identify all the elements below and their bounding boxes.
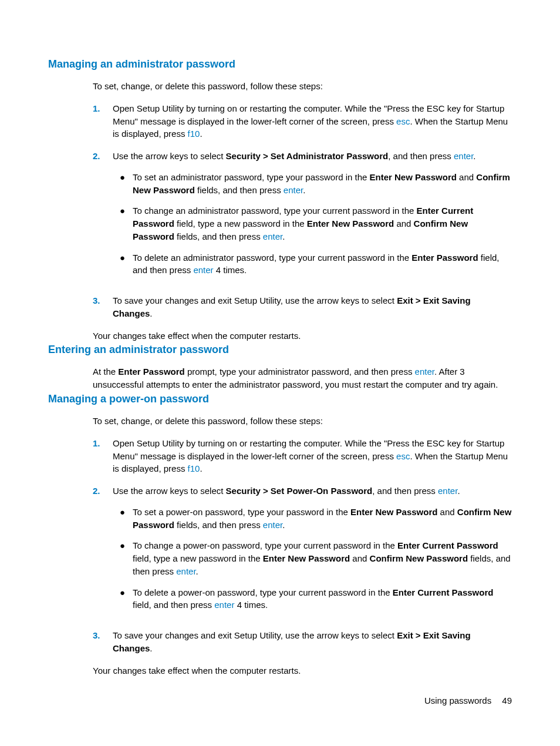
steps-list: 1. Open Setup Utility by turning on or r… — [93, 437, 512, 655]
step-item: 3. To save your changes and exit Setup U… — [93, 294, 512, 320]
key-enter: enter — [193, 265, 213, 275]
bullet-icon: ● — [113, 539, 133, 577]
step-content: Use the arrow keys to select Security > … — [113, 485, 512, 620]
steps-list: 1. Open Setup Utility by turning on or r… — [93, 102, 512, 320]
bullet-icon: ● — [113, 204, 133, 243]
outro-text: Your changes take effect when the comput… — [93, 330, 512, 342]
bullet-icon: ● — [113, 506, 133, 532]
outro-text: Your changes take effect when the comput… — [93, 664, 512, 677]
bullet-item: ● To delete a power-on password, type yo… — [113, 586, 512, 612]
step-marker: 2. — [93, 150, 113, 285]
heading-entering-admin-password: Entering an administrator password — [48, 342, 512, 357]
step-marker: 3. — [93, 294, 113, 320]
bullet-icon: ● — [113, 171, 133, 197]
step-item: 1. Open Setup Utility by turning on or r… — [93, 102, 512, 140]
bullet-list: ● To set a power-on password, type your … — [113, 506, 512, 611]
heading-managing-poweron-password: Managing a power-on password — [48, 391, 512, 406]
key-f10: f10 — [188, 463, 200, 473]
step-marker: 1. — [93, 102, 113, 140]
page-footer: Using passwords 49 — [424, 694, 512, 707]
step-marker: 2. — [93, 485, 113, 620]
step-marker: 3. — [93, 629, 113, 655]
key-enter: enter — [214, 600, 234, 610]
page-number: 49 — [502, 695, 512, 705]
bullet-item: ● To change an administrator password, t… — [113, 204, 512, 243]
step-content: Use the arrow keys to select Security > … — [113, 150, 512, 285]
key-enter: enter — [415, 367, 434, 377]
key-enter: enter — [263, 520, 282, 530]
step-content: To save your changes and exit Setup Util… — [113, 294, 512, 320]
body-text: At the Enter Password prompt, type your … — [93, 365, 512, 391]
step-item: 2. Use the arrow keys to select Security… — [93, 150, 512, 285]
step-content: Open Setup Utility by turning on or rest… — [113, 437, 512, 475]
intro-text: To set, change, or delete this password,… — [93, 80, 512, 93]
key-esc: esc — [396, 451, 410, 461]
step-item: 1. Open Setup Utility by turning on or r… — [93, 437, 512, 475]
step-content: Open Setup Utility by turning on or rest… — [113, 102, 512, 140]
key-enter: enter — [454, 151, 473, 161]
key-f10: f10 — [188, 129, 200, 139]
key-enter: enter — [438, 486, 457, 496]
intro-text: To set, change, or delete this password,… — [93, 415, 512, 428]
step-marker: 1. — [93, 437, 113, 475]
bullet-icon: ● — [113, 586, 133, 612]
bullet-item: ● To delete an administrator password, t… — [113, 251, 512, 277]
step-content: To save your changes and exit Setup Util… — [113, 629, 512, 655]
key-enter: enter — [284, 185, 303, 195]
key-esc: esc — [396, 116, 410, 126]
step-item: 3. To save your changes and exit Setup U… — [93, 629, 512, 655]
footer-label: Using passwords — [424, 695, 491, 705]
key-enter: enter — [263, 231, 282, 241]
bullet-list: ● To set an administrator password, type… — [113, 171, 512, 277]
key-enter: enter — [176, 566, 195, 576]
step-item: 2. Use the arrow keys to select Security… — [93, 485, 512, 620]
heading-managing-admin-password: Managing an administrator password — [48, 56, 512, 72]
bullet-item: ● To change a power-on password, type yo… — [113, 539, 512, 577]
bullet-item: ● To set an administrator password, type… — [113, 171, 512, 197]
bullet-icon: ● — [113, 251, 133, 277]
bullet-item: ● To set a power-on password, type your … — [113, 506, 512, 532]
